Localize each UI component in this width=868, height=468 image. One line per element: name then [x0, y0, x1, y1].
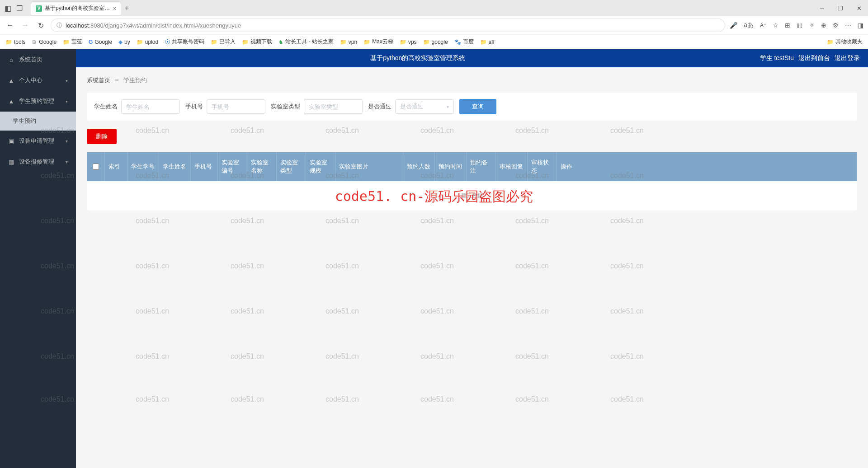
- search-labtype-label: 实验室类型: [271, 103, 300, 111]
- folder-icon: 📁: [242, 39, 249, 45]
- tab-copy-icon[interactable]: ❐: [15, 4, 24, 12]
- doc-icon: ▣: [8, 138, 14, 145]
- sidebar-item-equipment-apply[interactable]: ▣ 设备申请管理 ▾: [0, 131, 76, 151]
- bookmark-item[interactable]: 🖸共享账号密码: [165, 38, 204, 46]
- app-icon[interactable]: ⚙: [833, 22, 839, 29]
- bookmark-item[interactable]: GGoogle: [89, 39, 112, 45]
- table-header-row: 索引 学生学号 学生姓名 手机号 实验室编号 实验室名称 实验室类型 实验室规模…: [87, 152, 857, 181]
- vue-favicon-icon: V: [36, 5, 42, 12]
- search-field-phone: 手机号: [185, 99, 265, 114]
- nav-back-icon[interactable]: ←: [5, 20, 15, 31]
- app-icon: 🖸: [165, 39, 170, 45]
- th-lab-scale: 实验室规模: [306, 152, 335, 181]
- sidebar-sub-label: 学生预约: [13, 117, 36, 124]
- browser-tab[interactable]: V 基于python的高校实验室管理系统 ×: [31, 1, 121, 15]
- google-icon: G: [89, 39, 93, 45]
- th-student-name: 学生姓名: [159, 152, 191, 181]
- folder-icon: 📁: [63, 39, 70, 45]
- sidebar-item-equipment-repair[interactable]: ▦ 设备报修管理 ▾: [0, 151, 76, 172]
- search-labtype-input[interactable]: [304, 99, 363, 114]
- grid-icon: ▦: [8, 159, 14, 165]
- search-phone-input[interactable]: [207, 99, 265, 114]
- app-icon: ♞: [278, 39, 283, 45]
- th-lab-type: 实验室类型: [277, 152, 306, 181]
- bookmark-item[interactable]: 📁vpn: [340, 39, 357, 45]
- window-close-icon[interactable]: ✕: [854, 4, 864, 13]
- tab-info-icon[interactable]: ◧: [4, 4, 12, 12]
- bookmark-item[interactable]: 🗎Google: [32, 39, 57, 45]
- bookmark-item[interactable]: ◆by: [118, 39, 130, 45]
- site-info-icon[interactable]: ⓘ: [57, 22, 62, 29]
- more-icon[interactable]: ⋯: [845, 22, 851, 29]
- extension-icon[interactable]: ⊞: [785, 22, 790, 29]
- window-minimize-icon[interactable]: ─: [817, 4, 827, 13]
- search-panel: 学生姓名 手机号 实验室类型 是否通过 是否通过 ▾: [87, 93, 857, 121]
- tab-close-icon[interactable]: ×: [113, 5, 116, 12]
- th-phone: 手机号: [191, 152, 218, 181]
- action-row: 删除: [87, 129, 857, 144]
- exit-front-button[interactable]: 退出到前台: [798, 54, 830, 62]
- address-bar[interactable]: ⓘ localhost:8080/django7x4wt/admin/dist/…: [51, 19, 725, 32]
- favorites-hub-icon[interactable]: ✧: [809, 22, 815, 29]
- bookmark-item[interactable]: 📁uplod: [137, 39, 158, 45]
- favorite-icon[interactable]: ☆: [773, 22, 778, 29]
- bookmark-item[interactable]: 📁vps: [400, 39, 417, 45]
- select-all-checkbox[interactable]: [93, 164, 99, 170]
- sidebar-label: 设备申请管理: [19, 137, 54, 145]
- bookmark-item[interactable]: 📁Max云梯: [363, 38, 393, 46]
- th-reservation-time: 预约时间: [435, 152, 467, 181]
- tab-title: 基于python的高校实验室管理系统: [45, 5, 110, 12]
- sidebar-label: 个人中心: [19, 76, 42, 84]
- sidebar-sub-student-reservation[interactable]: 学生预约: [0, 112, 76, 131]
- logout-button[interactable]: 退出登录: [835, 54, 860, 62]
- browser-chrome: ◧ ❐ V 基于python的高校实验室管理系统 × + ─ ❐ ✕ ← → ↻…: [0, 0, 868, 49]
- other-bookmarks[interactable]: 📁其他收藏夹: [827, 38, 863, 46]
- folder-icon: 📁: [827, 39, 834, 45]
- chevron-down-icon: ▾: [66, 78, 68, 83]
- select-placeholder: 是否通过: [400, 103, 424, 111]
- th-lab-number: 实验室编号: [218, 152, 247, 181]
- window-controls: ─ ❐ ✕: [817, 4, 864, 13]
- bookmark-item[interactable]: 📁tools: [5, 39, 25, 45]
- search-pass-select[interactable]: 是否通过 ▾: [395, 99, 454, 114]
- content: 系统首页 ☰ 学生预约 学生姓名 手机号 实验室类型 是否通过: [76, 67, 868, 468]
- folder-icon: 📁: [400, 39, 406, 45]
- home-icon: ⌂: [8, 56, 14, 63]
- bookmark-item[interactable]: 📁视频下载: [242, 38, 272, 46]
- bookmark-item[interactable]: ♞站长工具 - 站长之家: [278, 38, 334, 46]
- new-tab-button[interactable]: +: [125, 4, 129, 12]
- query-button[interactable]: 查询: [459, 99, 496, 114]
- sidebar: ⌂ 系统首页 ▲ 个人中心 ▾ ▲ 学生预约管理 ▾ 学生预约 ▣ 设备申请管理…: [0, 49, 76, 468]
- translate-icon[interactable]: aあ: [744, 21, 754, 29]
- downloads-icon[interactable]: ⊕: [821, 22, 826, 29]
- sidebar-item-profile[interactable]: ▲ 个人中心 ▾: [0, 70, 76, 91]
- window-maximize-icon[interactable]: ❐: [835, 4, 846, 13]
- sidebar-toggle-icon[interactable]: ◨: [858, 22, 863, 29]
- collections-icon[interactable]: ⫿⫿: [797, 22, 803, 29]
- bookmark-item[interactable]: 📁已导入: [211, 38, 236, 46]
- sidebar-label: 学生预约管理: [19, 97, 54, 105]
- sidebar-item-reservation[interactable]: ▲ 学生预约管理 ▾: [0, 91, 76, 112]
- th-index: 索引: [105, 152, 127, 181]
- voice-icon[interactable]: 🎤: [730, 22, 737, 29]
- breadcrumb-separator-icon: ☰: [115, 78, 119, 83]
- bookmark-item[interactable]: 🐾百度: [454, 38, 474, 46]
- header-right: 学生 testStu 退出到前台 退出登录: [760, 54, 868, 62]
- sidebar-label: 设备报修管理: [19, 158, 54, 166]
- user-icon: ▲: [8, 77, 14, 84]
- bookmark-item[interactable]: 📁aff: [480, 39, 495, 45]
- bookmark-item[interactable]: 📁google: [423, 39, 448, 45]
- user-label[interactable]: 学生 testStu: [760, 54, 794, 62]
- bookmark-item[interactable]: 📁宝蓝: [63, 38, 82, 46]
- delete-button[interactable]: 删除: [87, 129, 117, 144]
- folder-icon: 📁: [480, 39, 487, 45]
- breadcrumb: 系统首页 ☰ 学生预约: [87, 76, 857, 84]
- breadcrumb-home[interactable]: 系统首页: [87, 76, 110, 84]
- search-name-input[interactable]: [121, 99, 180, 114]
- nav-forward-icon[interactable]: →: [20, 20, 31, 31]
- folder-icon: 📁: [423, 39, 430, 45]
- nav-refresh-icon[interactable]: ↻: [35, 20, 46, 31]
- read-aloud-icon[interactable]: A⁺: [760, 22, 766, 28]
- search-field-name: 学生姓名: [94, 99, 180, 114]
- sidebar-item-home[interactable]: ⌂ 系统首页: [0, 49, 76, 70]
